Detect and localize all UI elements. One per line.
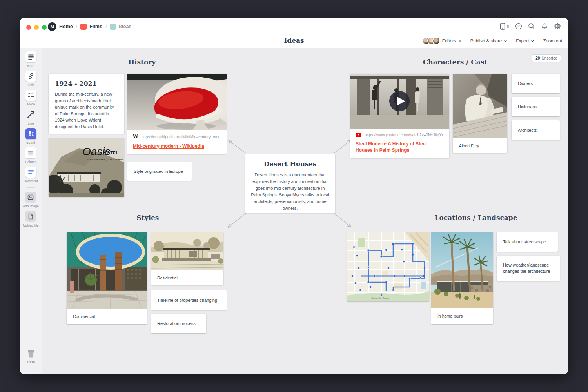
unsorted-badge[interactable]: 20 Unsorted [532,54,561,62]
breadcrumb-films[interactable]: Films [80,24,102,30]
breadcrumb-separator: / [105,24,107,29]
note-card-restoration[interactable]: Restoration process [151,314,206,333]
residential-sketch-image [151,232,223,270]
section-title-history[interactable]: History [128,58,156,66]
publish-share-label: Publish & share [470,38,502,43]
link-icon [27,73,34,80]
zoom-out-label: Zoom out [543,38,562,43]
comment-icon [27,169,34,176]
trash-icon [26,349,36,359]
note-card-style-origin[interactable]: Style originated in Europe [127,162,192,181]
search-button[interactable] [528,23,535,30]
youtube-video-card[interactable]: https://www.youtube.com/watch?v=0NxJ0qYr… [350,74,449,158]
tool-link[interactable]: Link [25,71,36,87]
commercial-building-image [67,232,147,309]
ideas-board-icon [110,24,116,30]
note-card-timeline[interactable]: Timeline of properties changing [151,290,227,310]
section-title-locations[interactable]: Locations / Landscape [434,214,517,221]
bell-icon [541,23,548,30]
add-image-icon [27,194,34,201]
search-icon [528,23,535,30]
tool-line[interactable]: Line [25,109,36,125]
zoom-out-button[interactable]: Zoom out [543,38,562,43]
titlebar: M Home / Films / Ideas 0 ? [20,18,568,36]
notifications-button[interactable] [541,23,548,30]
close-window-button[interactable] [26,25,31,30]
section-title-characters[interactable]: Characters / Cast [423,58,487,66]
map-image-card[interactable]: Google My Maps [347,232,429,301]
tool-sidebar: Note Link To-do Line Board Column [20,48,42,374]
youtube-link[interactable]: Steel Modern- A History of Steel Houses … [356,141,444,153]
breadcrumb-separator: / [76,24,77,29]
tool-upload-file[interactable]: Upload file [23,211,38,227]
tool-add-image[interactable]: Add image [23,192,39,208]
tool-todo[interactable]: To-do [25,90,36,106]
line-arrow-icon [26,110,36,119]
settings-button[interactable] [554,22,561,30]
wikipedia-link-card[interactable]: W https://en.wikipedia.org/wiki/Mid-cent… [127,74,227,154]
phone-icon [500,23,505,30]
export-label: Export [516,38,529,43]
milanote-logo-icon: M [48,22,56,31]
note-card-streetscape[interactable]: Talk about streetscape [497,232,558,252]
trash[interactable]: Trash [20,349,42,364]
column-icon [27,149,34,156]
note-card-1924[interactable]: 1924 - 2021 During the mid-century, a ne… [49,74,124,134]
image-caption: Residential [151,270,223,285]
upload-file-icon [27,213,34,220]
export-menu[interactable]: Export [516,38,534,43]
help-button[interactable]: ? [515,23,522,30]
todo-icon [27,92,34,99]
board-canvas[interactable]: 20 Unsorted History Characters / Cast St… [42,48,568,374]
palm-trees-image [431,232,493,308]
mobile-preview-button[interactable]: 0 [500,23,509,30]
note-card-historians[interactable]: Historians [512,97,560,116]
breadcrumb-films-label: Films [89,24,102,29]
breadcrumb-home[interactable]: M Home [48,22,73,31]
video-thumbnail[interactable] [350,74,449,129]
section-title-styles[interactable]: Styles [137,214,159,221]
svg-text:HOTEL: HOTEL [103,151,119,155]
palm-springs-image-card[interactable]: In home tours [431,232,493,324]
minimize-window-button[interactable] [34,25,39,30]
desert-houses-card[interactable]: Desert Houses Desert Houses is a documen… [245,154,335,213]
breadcrumb: M Home / Films / Ideas [48,22,131,31]
publish-share-menu[interactable]: Publish & share [470,38,508,43]
note-card-architects[interactable]: Architects [512,120,560,140]
breadcrumb-ideas[interactable]: Ideas [110,24,131,30]
oasis-hotel-image-card[interactable]: Oasis HOTEL PALM SPRINGS, CALIFORNIA [49,138,124,197]
toolbar-divider [27,187,35,188]
tulip-chair-image [127,74,227,130]
tool-column[interactable]: Column [25,147,36,164]
note-card-weather[interactable]: How weather/landscape changes the archit… [497,256,560,281]
image-caption: Commercial [67,309,147,324]
maximize-window-button[interactable] [42,25,47,30]
films-board-icon [80,24,87,30]
app-window: M Home / Films / Ideas 0 ? [20,18,568,374]
link-url: https://www.youtube.com/watch?v=0NxJ0qYr [365,133,443,137]
youtube-favicon [356,133,361,137]
residential-image-card[interactable]: Residential [151,232,223,285]
chevron-down-icon [458,40,462,42]
image-caption: In home tours [431,308,493,324]
svg-text:PALM SPRINGS, CALIFORNIA: PALM SPRINGS, CALIFORNIA [87,158,123,161]
tool-comment[interactable]: Comment [24,167,38,183]
note-card-owners[interactable]: Owners [512,74,560,93]
chevron-down-icon [531,40,534,42]
window-controls [26,25,47,30]
tool-board[interactable]: Board [25,128,36,145]
help-icon: ? [515,23,522,30]
tool-note[interactable]: Note [25,51,36,68]
breadcrumb-ideas-label: Ideas [119,24,131,29]
gear-icon [554,22,561,30]
wikipedia-link[interactable]: Mid-century modern - Wikipedia [133,143,221,149]
commercial-image-card[interactable]: Commercial [67,232,147,324]
chevron-down-icon [504,40,507,42]
link-url: https://en.wikipedia.org/wiki/Mid-centur… [141,135,220,139]
breadcrumb-home-label: Home [59,24,73,29]
avatar [432,37,440,45]
image-caption: Albert Frey [453,138,507,153]
albert-frey-image-card[interactable]: Albert Frey [453,74,507,153]
editors-menu[interactable]: Editors [422,37,462,45]
note-icon [27,53,34,60]
